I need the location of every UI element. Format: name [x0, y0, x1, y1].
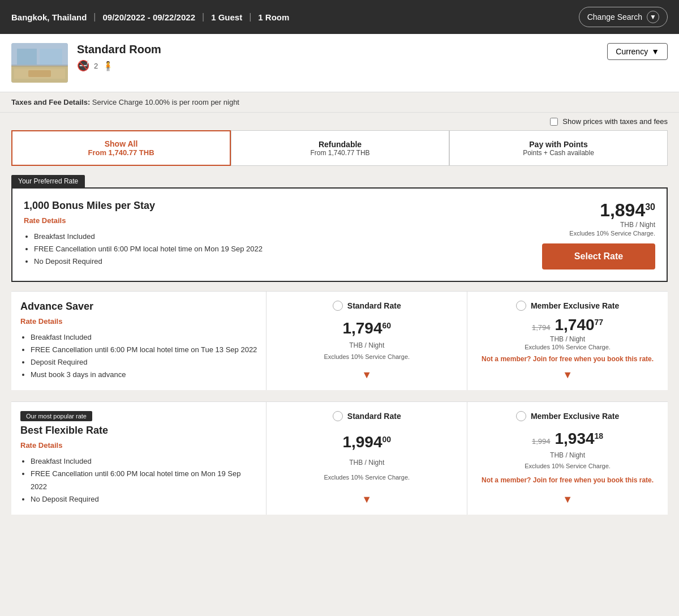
- best-flexible-member-label: Member Exclusive Rate: [516, 411, 619, 421]
- filter-tabs: Show All From 1,740.77 THB Refundable Fr…: [0, 130, 679, 166]
- change-search-button[interactable]: Change Search ▼: [579, 7, 668, 27]
- best-flexible-member-price: 1,994 1,93418: [532, 430, 603, 448]
- tax-description: Service Charge 10.00% is per room per ni…: [92, 98, 239, 106]
- advance-saver-details-link[interactable]: Rate Details: [20, 317, 257, 326]
- best-flexible-row: Our most popular rate Best Flexible Rate…: [11, 401, 668, 514]
- svg-rect-2: [17, 49, 37, 65]
- filter-tab-show-all[interactable]: Show All From 1,740.77 THB: [11, 130, 231, 166]
- advance-saver-member-label: Member Exclusive Rate: [516, 301, 619, 311]
- preferred-rate-left: 1,000 Bonus Miles per Stay Rate Details …: [24, 200, 542, 268]
- best-flexible-member-cents: 18: [595, 431, 604, 440]
- select-rate-button[interactable]: Select Rate: [542, 243, 655, 270]
- best-flexible-member-col: Member Exclusive Rate 1,994 1,93418 THB …: [467, 402, 668, 514]
- preferred-rate-tag: Your Preferred Rate: [11, 175, 85, 187]
- best-flexible-member-radio[interactable]: [516, 411, 526, 421]
- best-flexible-standard-excludes: Excludes 10% Service Charge.: [324, 474, 410, 481]
- advance-saver-member-price: 1,794 1,74077: [532, 316, 603, 334]
- preferred-rate-bullets: Breakfast IncludedFREE Cancellation unti…: [24, 230, 542, 268]
- filter-tab-points[interactable]: Pay with Points Points + Cash available: [449, 130, 668, 166]
- best-flexible-standard-radio[interactable]: [333, 411, 343, 421]
- currency-label: Currency: [616, 47, 648, 56]
- preferred-rate-price-cents: 30: [645, 202, 655, 212]
- best-flexible-member-price-main: 1,93418: [555, 430, 603, 448]
- advance-saver-member-price-main: 1,74077: [555, 316, 603, 334]
- best-flexible-standard-col: Standard Rate 1,99400 THB / Night Exclud…: [267, 402, 467, 514]
- best-flexible-member-unit: THB / Night: [550, 451, 585, 459]
- best-flexible-standard-cents: 00: [383, 435, 392, 444]
- preferred-rate-right: 1,89430 THB / Night Excludes 10% Service…: [542, 200, 655, 270]
- filter-tab-refundable-label: Refundable: [237, 140, 443, 149]
- advance-saver-standard-unit: THB / Night: [349, 341, 384, 349]
- best-flexible-member-price-old: 1,994: [532, 437, 551, 446]
- best-flexible-member-excludes: Excludes 10% Service Charge.: [525, 463, 611, 469]
- preferred-rate-title: 1,000 Bonus Miles per Stay: [24, 200, 542, 212]
- room-section: Standard Room 🚭 2 🧍 Currency ▼: [0, 34, 679, 92]
- advance-saver-title: Advance Saver: [20, 301, 257, 313]
- room-title: Standard Room: [77, 43, 161, 56]
- change-search-label: Change Search: [587, 12, 642, 22]
- header-left: Bangkok, Thailand | 09/20/2022 - 09/22/2…: [11, 12, 289, 22]
- best-flexible-bullets: Breakfast IncludedFREE Cancellation unti…: [20, 455, 257, 505]
- preferred-rate-price: 1,89430: [600, 200, 655, 221]
- guests-count: 2: [94, 62, 98, 70]
- advance-saver-standard-cents: 60: [383, 321, 392, 330]
- room-info: Standard Room 🚭 2 🧍: [77, 43, 161, 72]
- advance-saver-member-join: Not a member? Join for free when you boo…: [482, 355, 654, 363]
- room-left: Standard Room 🚭 2 🧍: [11, 43, 161, 83]
- filter-tab-points-sub: Points + Cash available: [455, 149, 661, 157]
- svg-rect-6: [11, 65, 68, 67]
- preferred-rate-details-link[interactable]: Rate Details: [24, 216, 542, 225]
- advance-saver-standard-price-main: 1,79460: [342, 319, 391, 337]
- preferred-rate-excludes: Excludes 10% Service Charge.: [569, 230, 655, 237]
- filter-tab-show-all-price: From 1,740.77 THB: [18, 148, 224, 157]
- show-prices-checkbox[interactable]: [550, 118, 558, 126]
- advance-saver-member-radio[interactable]: [516, 301, 526, 311]
- preferred-rate-price-main: 1,894: [600, 200, 645, 221]
- best-flexible-standard-price-main: 1,99400: [342, 433, 391, 451]
- room-icons: 🚭 2 🧍: [77, 59, 161, 72]
- advance-saver-member-unit: THB / Night: [550, 335, 585, 343]
- advance-saver-standard-chevron-icon[interactable]: ▼: [362, 369, 372, 381]
- currency-button[interactable]: Currency ▼: [607, 43, 668, 60]
- filter-tab-show-all-label: Show All: [18, 139, 224, 148]
- advance-saver-member-excludes: Excludes 10% Service Charge.: [525, 344, 611, 350]
- best-flexible-left: Our most popular rate Best Flexible Rate…: [11, 402, 267, 514]
- popular-badge: Our most popular rate: [20, 411, 92, 421]
- advance-saver-bullets: Breakfast IncludedFREE Cancellation unti…: [20, 331, 257, 381]
- best-flexible-standard-chevron-icon[interactable]: ▼: [362, 494, 372, 506]
- best-flexible-member-chevron-icon[interactable]: ▼: [562, 494, 573, 506]
- best-flexible-member-join: Not a member? Join for free when you boo…: [482, 476, 654, 484]
- filter-tab-refundable-price: From 1,740.77 THB: [237, 149, 443, 157]
- main-content: Your Preferred Rate 1,000 Bonus Miles pe…: [0, 166, 679, 526]
- currency-chevron-icon: ▼: [651, 47, 659, 56]
- advance-saver-member-cents: 77: [595, 318, 604, 327]
- header-rooms: 1 Room: [258, 12, 289, 22]
- show-prices-label[interactable]: Show prices with taxes and fees: [562, 117, 668, 126]
- advance-saver-member-col: Member Exclusive Rate 1,794 1,74077 THB …: [467, 292, 668, 390]
- header: Bangkok, Thailand | 09/20/2022 - 09/22/2…: [0, 0, 679, 34]
- tax-banner: Taxes and Fee Details: Service Charge 10…: [0, 92, 679, 113]
- filter-tab-points-label: Pay with Points: [455, 140, 661, 149]
- advance-saver-member-chevron-icon[interactable]: ▼: [562, 369, 573, 381]
- best-flexible-details-link[interactable]: Rate Details: [20, 441, 257, 450]
- filter-tab-refundable[interactable]: Refundable From 1,740.77 THB: [231, 130, 449, 166]
- no-smoking-icon: 🚭: [77, 59, 89, 72]
- best-flexible-standard-label: Standard Rate: [333, 411, 401, 421]
- best-flexible-standard-price: 1,99400: [342, 433, 391, 451]
- advance-saver-standard-label: Standard Rate: [333, 301, 401, 311]
- advance-saver-member-price-old: 1,794: [532, 323, 551, 332]
- header-dates: 09/20/2022 - 09/22/2022: [103, 12, 195, 22]
- preferred-rate-box: 1,000 Bonus Miles per Stay Rate Details …: [11, 187, 668, 282]
- room-thumbnail: [11, 43, 68, 83]
- preferred-rate-price-wrapper: 1,89430: [600, 200, 655, 221]
- header-location: Bangkok, Thailand: [11, 12, 87, 22]
- preferred-rate-per-night: THB / Night: [620, 221, 655, 229]
- show-prices-row: Show prices with taxes and fees: [0, 113, 679, 130]
- tax-label: Taxes and Fee Details:: [11, 98, 90, 106]
- person-icon: 🧍: [102, 61, 114, 71]
- advance-saver-row: Advance Saver Rate Details Breakfast Inc…: [11, 291, 668, 390]
- advance-saver-standard-excludes: Excludes 10% Service Charge.: [324, 353, 410, 360]
- advance-saver-standard-col: Standard Rate 1,79460 THB / Night Exclud…: [267, 292, 467, 390]
- svg-rect-5: [28, 70, 51, 77]
- advance-saver-standard-radio[interactable]: [333, 301, 343, 311]
